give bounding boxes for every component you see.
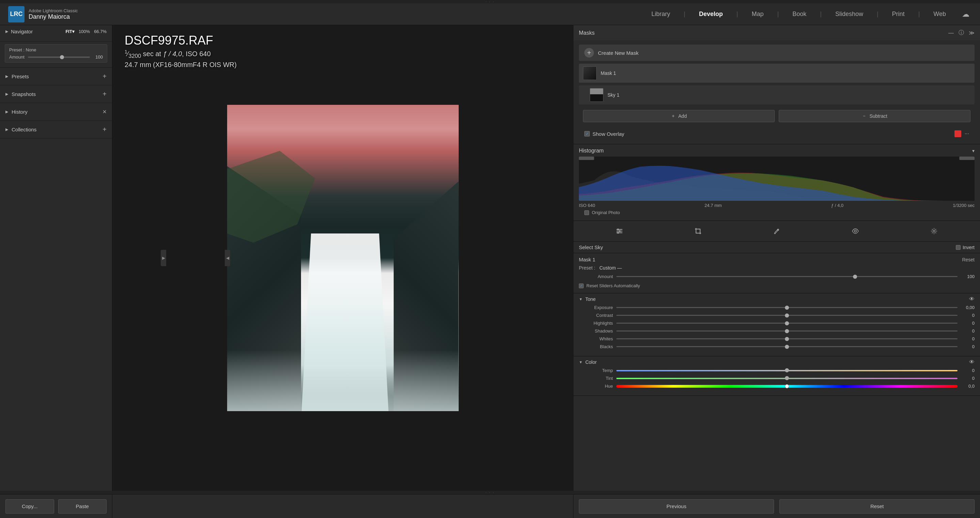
highlights-label: Highlights [579, 321, 613, 326]
collections-header[interactable]: ▶ Collections + [0, 121, 112, 138]
svg-point-5 [617, 232, 619, 234]
dev-tool-crop[interactable] [691, 224, 705, 238]
shadows-track[interactable] [616, 331, 958, 332]
temp-track[interactable] [616, 370, 958, 371]
shadows-label: Shadows [579, 329, 613, 334]
presets-triangle: ▶ [5, 74, 8, 79]
color-section: ▼ Color 👁 Temp 0 Tint [573, 356, 980, 396]
whites-track[interactable] [616, 338, 958, 339]
top-drag-handle: · · · [0, 0, 980, 3]
history-close-btn[interactable]: × [102, 108, 107, 116]
svg-point-3 [617, 229, 619, 230]
subtract-mask-btn[interactable]: － Subtract [779, 110, 970, 122]
exposure-track[interactable] [616, 307, 958, 308]
svg-point-8 [933, 230, 935, 232]
create-new-mask-button[interactable]: + Create New Mask [579, 44, 975, 61]
nav-develop[interactable]: Develop [696, 9, 725, 19]
zoom-100-btn[interactable]: 100% [79, 29, 90, 34]
amount-track[interactable] [616, 276, 958, 277]
invert-button[interactable]: Invert [956, 245, 975, 250]
collapse-right-arrow[interactable]: ▶ [161, 250, 166, 266]
bottom-bar: Copy... Paste Previous Reset [0, 494, 980, 518]
blacks-track[interactable] [616, 346, 958, 347]
hist-shutter: 1/3200 sec [953, 203, 975, 208]
temp-value: 0 [961, 368, 975, 373]
presets-header[interactable]: ▶ Presets + [0, 68, 112, 85]
tone-eye-icon[interactable]: 👁 [969, 296, 975, 302]
histogram-dropdown[interactable]: ▾ [972, 148, 975, 154]
nav-library[interactable]: Library [649, 9, 673, 19]
add-mask-btn[interactable]: ＋ Add [583, 110, 775, 122]
crop-icon [694, 227, 702, 235]
mask-item-1[interactable]: Mask 1 [579, 64, 975, 83]
zoom-667-btn[interactable]: 66.7% [94, 29, 107, 34]
snapshots-add-btn[interactable]: + [102, 90, 107, 98]
amount-label-right: Amount [579, 274, 613, 279]
highlights-track[interactable] [616, 323, 958, 324]
masks-minus-btn[interactable]: — [948, 30, 954, 36]
history-section: ▶ History × [0, 103, 112, 121]
dev-tool-settings[interactable] [927, 224, 941, 238]
hue-track[interactable] [616, 385, 958, 388]
paste-button[interactable]: Paste [58, 499, 107, 513]
dev-tool-sliders[interactable] [612, 224, 626, 238]
dev-tool-brush[interactable] [770, 224, 784, 238]
create-mask-label: Create New Mask [598, 50, 638, 56]
reset-sliders-checkbox[interactable] [579, 283, 584, 288]
sky-1-thumb [590, 88, 603, 102]
color-eye-icon[interactable]: 👁 [969, 359, 975, 365]
nav-book[interactable]: Book [790, 9, 809, 19]
mask1-label: Mask 1 [579, 257, 595, 262]
photo-focal-length: 24.7 mm (XF16-80mmF4 R OIS WR) [125, 61, 237, 69]
mask1-reset-btn[interactable]: Reset [962, 257, 975, 262]
show-overlay-checkbox[interactable] [584, 131, 590, 137]
hist-aperture: ƒ / 4,0 [831, 203, 843, 208]
photo-details: 1⁄3200 sec at ƒ / 4,0, ISO 640 [125, 49, 237, 60]
tone-triangle: ▼ [579, 297, 582, 301]
previous-button[interactable]: Previous [579, 499, 774, 513]
bottom-drag-handle: · · · [0, 491, 980, 494]
navigator-title: Navigator [11, 29, 33, 34]
tint-track[interactable] [616, 378, 958, 379]
preset-box: Preset : None Amount 100 [5, 44, 107, 63]
nav-print[interactable]: Print [889, 9, 907, 19]
color-header[interactable]: ▼ Color 👁 [579, 359, 975, 365]
nav-slideshow[interactable]: Slideshow [832, 9, 866, 19]
snapshots-header[interactable]: ▶ Snapshots + [0, 86, 112, 103]
copy-button[interactable]: Copy... [5, 499, 54, 513]
reset-button[interactable]: Reset [780, 499, 975, 513]
histogram-title: Histogram [579, 148, 604, 154]
masks-info-btn[interactable]: ⓘ [959, 29, 964, 37]
overlay-color-dot[interactable] [955, 130, 961, 137]
masks-expand-btn[interactable]: ≫ [969, 30, 975, 36]
collections-add-btn[interactable]: + [102, 126, 107, 133]
original-photo-checkbox[interactable] [584, 210, 589, 215]
add-subtract-row: ＋ Add － Subtract [579, 107, 975, 125]
cloud-icon[interactable]: ☁ [959, 8, 972, 21]
blacks-value: 0 [961, 344, 975, 349]
amount-slider[interactable] [28, 57, 90, 58]
collapse-left-arrow[interactable]: ◀ [225, 250, 230, 266]
contrast-track[interactable] [616, 315, 958, 316]
temp-label: Temp [579, 368, 613, 373]
dev-tool-eye[interactable] [849, 224, 862, 238]
add-label: Add [678, 113, 687, 119]
presets-add-btn[interactable]: + [102, 73, 107, 80]
overlay-more-btn[interactable]: ··· [965, 131, 969, 137]
masks-header: Masks — ⓘ ≫ [573, 25, 980, 40]
right-panel-scroll[interactable]: Select Sky Invert Mask 1 Reset Preset : … [573, 242, 980, 491]
app-logo: LRC Adobe Lightroom Classic Danny Maiorc… [8, 6, 78, 22]
app-name-block: Adobe Lightroom Classic Danny Maiorca [29, 8, 78, 21]
photo-placeholder [227, 105, 459, 411]
mask-item-sky1[interactable]: Sky 1 [579, 86, 975, 105]
history-header[interactable]: ▶ History × [0, 103, 112, 121]
nav-map[interactable]: Map [749, 9, 766, 19]
fit-btn[interactable]: FIT▾ [65, 29, 75, 34]
masks-icons: — ⓘ ≫ [948, 29, 975, 37]
amount-row: Amount 100 [9, 54, 103, 60]
tone-header[interactable]: ▼ Tone 👁 [579, 296, 975, 302]
photo-container [227, 105, 459, 411]
presets-title: Presets [11, 73, 29, 79]
nav-web[interactable]: Web [931, 9, 949, 19]
hist-iso: ISO 640 [579, 203, 595, 208]
